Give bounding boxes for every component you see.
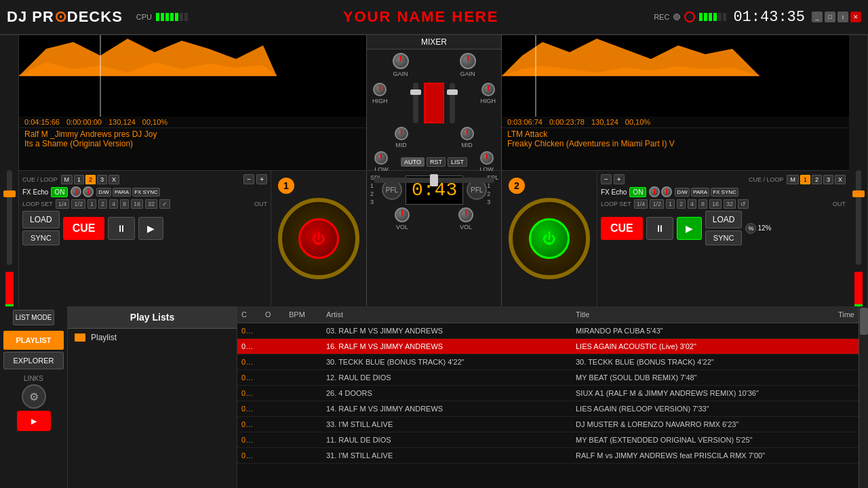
deck1-plus-btn[interactable]: + bbox=[256, 174, 267, 184]
deck2-m-btn[interactable]: M bbox=[787, 175, 799, 184]
deck2-minus-btn[interactable]: − bbox=[601, 174, 612, 184]
deck1-sync-btn[interactable]: SYNC bbox=[22, 230, 60, 245]
rec-circle[interactable] bbox=[684, 12, 695, 22]
track-list-scrollbar[interactable] bbox=[859, 306, 868, 488]
deck2-load-btn[interactable]: LOAD bbox=[705, 211, 743, 228]
deck2-plus-btn[interactable]: + bbox=[614, 174, 625, 184]
deck1-loop-quarter[interactable]: 1/4 bbox=[56, 199, 70, 209]
track-row[interactable]: 0008 11. RAUL DE DIOS MY BEAT (EXTENDDED… bbox=[237, 432, 859, 448]
deck2-1-btn[interactable]: 1 bbox=[800, 175, 810, 184]
deck2-2-btn[interactable]: 2 bbox=[812, 175, 822, 184]
deck1-loop-check[interactable]: ✓ bbox=[159, 199, 170, 209]
right-slider-thumb[interactable] bbox=[852, 190, 865, 197]
deck1-loop-1[interactable]: 1 bbox=[87, 199, 96, 209]
left-slider-thumb[interactable] bbox=[3, 190, 16, 197]
deck1-fxsync-btn[interactable]: FX SYNC bbox=[132, 188, 160, 197]
deck2-loop-1[interactable]: 1 bbox=[666, 199, 675, 209]
auto-button[interactable]: AUTO bbox=[401, 157, 425, 167]
right-slider-track[interactable] bbox=[856, 170, 861, 265]
deck2-loop-32[interactable]: 32 bbox=[724, 199, 736, 209]
right-gain-knob[interactable] bbox=[460, 53, 476, 69]
deck2-x-btn[interactable]: X bbox=[835, 175, 846, 184]
deck2-fx-knob2[interactable] bbox=[661, 186, 672, 197]
deck2-fxsync-btn[interactable]: FX SYNC bbox=[711, 188, 738, 197]
deck2-cue-btn[interactable]: CUE bbox=[601, 217, 643, 240]
deck1-cue-btn[interactable]: CUE bbox=[63, 217, 105, 240]
crossfader-thumb[interactable] bbox=[430, 174, 438, 186]
reset-button[interactable]: RST bbox=[427, 157, 446, 167]
deck1-fx-on-btn[interactable]: ON bbox=[51, 187, 68, 197]
crossfader-track[interactable] bbox=[374, 178, 494, 183]
track-row[interactable]: 0002 16. RALF M VS JIMMY ANDREWS LIES AG… bbox=[237, 339, 859, 354]
mixer-kill-btn[interactable] bbox=[424, 83, 444, 123]
deck2-sync-btn[interactable]: SYNC bbox=[705, 230, 743, 245]
deck1-loop-half[interactable]: 1/2 bbox=[71, 199, 85, 209]
deck1-2-btn[interactable]: 2 bbox=[85, 175, 96, 184]
deck2-fx-on-btn[interactable]: ON bbox=[629, 187, 646, 197]
list-mode-btn[interactable]: LIST MODE bbox=[13, 310, 55, 325]
gear-icon[interactable]: ⚙ bbox=[22, 384, 46, 409]
right-low-knob[interactable] bbox=[480, 151, 494, 165]
deck2-loop-2[interactable]: 2 bbox=[677, 199, 686, 209]
left-vol-knob[interactable] bbox=[395, 207, 410, 222]
track-row[interactable]: 0005 26. 4 DOORS SIUX A1 (RALF M & JIMMY… bbox=[237, 386, 859, 401]
left-low-knob[interactable] bbox=[374, 151, 388, 165]
left-fader-thumb[interactable] bbox=[410, 89, 421, 95]
deck1-loop-2[interactable]: 2 bbox=[98, 199, 107, 209]
deck1-minus-btn[interactable]: − bbox=[243, 174, 254, 184]
explorer-btn[interactable]: EXPLORER bbox=[3, 352, 64, 369]
deck1-dw-btn[interactable]: D/W bbox=[96, 188, 111, 197]
playlist-btn[interactable]: PLAYLIST bbox=[3, 331, 64, 350]
deck2-loop-quarter[interactable]: 1/4 bbox=[634, 199, 648, 209]
track-row[interactable]: 0001 03. RALF M VS JIMMY ANDREWS MIRANDO… bbox=[237, 323, 859, 339]
deck2-loop-16[interactable]: 16 bbox=[709, 199, 722, 209]
track-row[interactable]: 0006 14. RALF M VS JIMMY ANDREWS LIES AG… bbox=[237, 401, 859, 417]
deck2-loop-half[interactable]: 1/2 bbox=[650, 199, 664, 209]
right-fader-thumb[interactable] bbox=[447, 89, 458, 95]
right-fader-track[interactable] bbox=[450, 83, 455, 123]
right-mid-knob[interactable] bbox=[460, 127, 474, 140]
deck1-loop-4[interactable]: 4 bbox=[109, 199, 118, 209]
playlist-item[interactable]: Playlist bbox=[68, 329, 237, 346]
deck1-platter[interactable]: ⏻ bbox=[278, 198, 359, 279]
deck2-pause-btn[interactable]: ⏸ bbox=[646, 217, 673, 240]
track-row[interactable]: 0010 31. I'M STILL ALIVE RALF M vs JIMMY… bbox=[237, 448, 859, 464]
deck1-para-btn[interactable]: PARA bbox=[113, 188, 131, 197]
deck1-loop-32[interactable]: 32 bbox=[145, 199, 157, 209]
right-high-knob[interactable] bbox=[481, 83, 495, 96]
deck1-load-btn[interactable]: LOAD bbox=[22, 211, 60, 228]
deck1-3-btn[interactable]: 3 bbox=[97, 175, 107, 184]
deck2-play-btn[interactable]: ▶ bbox=[677, 217, 702, 240]
deck2-platter[interactable]: ⏻ bbox=[509, 198, 590, 279]
minimize-button[interactable]: _ bbox=[812, 12, 823, 22]
left-high-knob[interactable] bbox=[373, 83, 387, 96]
deck1-m-btn[interactable]: M bbox=[61, 175, 73, 184]
deck2-loop-8[interactable]: 8 bbox=[698, 199, 707, 209]
fullscreen-button[interactable]: ↕ bbox=[837, 12, 848, 22]
deck2-dw-btn[interactable]: D/W bbox=[675, 188, 690, 197]
deck2-loop-4[interactable]: 4 bbox=[688, 199, 696, 209]
left-mid-knob[interactable] bbox=[395, 127, 408, 140]
left-fader-track[interactable] bbox=[413, 83, 418, 123]
deck2-para-btn[interactable]: PARA bbox=[691, 188, 709, 197]
track-row[interactable]: 0007 33. I'M STILL ALIVE DJ MUSTER & LOR… bbox=[237, 417, 859, 432]
list-button[interactable]: LIST bbox=[448, 157, 467, 167]
deck1-fx-knob1[interactable] bbox=[71, 186, 81, 197]
deck1-1-btn[interactable]: 1 bbox=[74, 175, 84, 184]
restore-button[interactable]: □ bbox=[825, 12, 835, 22]
deck1-loop-8[interactable]: 8 bbox=[120, 199, 129, 209]
track-row[interactable]: 0003 30. TECKK BLUE (BONUS TRACK) 4'22" … bbox=[237, 354, 859, 370]
deck2-loop-check[interactable]: ↺ bbox=[738, 199, 749, 209]
close-button[interactable]: ✕ bbox=[850, 12, 861, 22]
deck1-x-btn[interactable]: X bbox=[108, 175, 119, 184]
scroll-thumb[interactable] bbox=[860, 308, 868, 335]
deck1-platter-power[interactable]: ⏻ bbox=[298, 218, 339, 259]
deck2-3-btn[interactable]: 3 bbox=[823, 175, 833, 184]
deck1-play-btn[interactable]: ▶ bbox=[138, 217, 163, 240]
youtube-btn[interactable]: ▶ bbox=[17, 411, 51, 431]
track-row[interactable]: 0004 12. RAUL DE DIOS MY BEAT (SOUL DUB … bbox=[237, 370, 859, 386]
deck1-fx-knob2[interactable] bbox=[83, 186, 94, 197]
deck1-loop-16[interactable]: 16 bbox=[131, 199, 143, 209]
deck2-fx-knob1[interactable] bbox=[649, 186, 660, 197]
deck2-platter-power[interactable]: ⏻ bbox=[529, 218, 570, 259]
